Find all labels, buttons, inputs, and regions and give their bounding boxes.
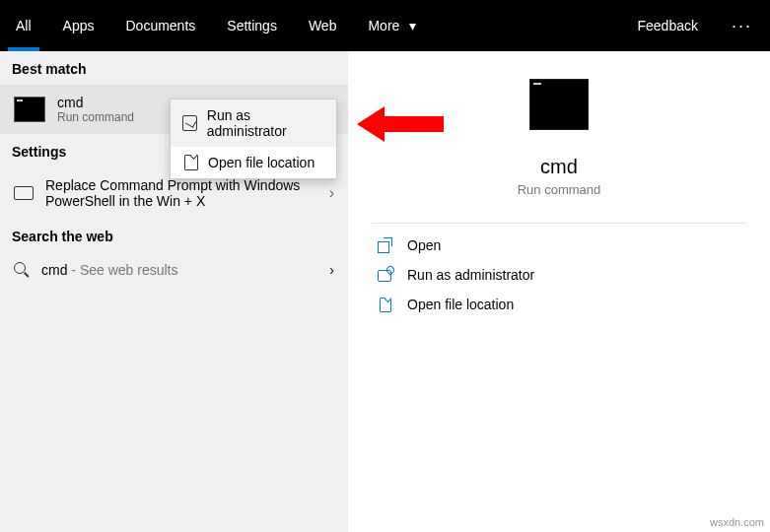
best-match-subtitle: Run command: [57, 110, 134, 124]
file-location-icon: [182, 155, 198, 170]
watermark: wsxdn.com: [710, 516, 764, 528]
cmd-icon-large: [529, 79, 589, 130]
search-web-header: Search the web: [0, 219, 348, 252]
web-result-query: cmd: [41, 262, 67, 278]
action-open-label: Open: [407, 237, 441, 253]
file-location-icon: [378, 297, 393, 312]
tab-settings[interactable]: Settings: [211, 0, 293, 51]
open-icon: [378, 237, 393, 253]
action-open-location-label: Open file location: [407, 297, 514, 312]
tab-all[interactable]: All: [0, 0, 47, 51]
chevron-right-icon: ›: [329, 184, 334, 202]
spacer: [432, 0, 621, 51]
web-result-suffix: - See web results: [67, 262, 177, 278]
action-run-admin[interactable]: Run as administrator: [378, 267, 746, 283]
best-match-header: Best match: [0, 51, 348, 85]
terminal-icon: [14, 186, 34, 200]
web-result-item[interactable]: cmd - See web results ›: [0, 252, 348, 288]
cmd-icon: [14, 97, 45, 122]
chevron-right-icon: ›: [329, 262, 334, 278]
shield-icon: [182, 115, 197, 131]
tab-documents[interactable]: Documents: [109, 0, 211, 51]
chevron-down-icon: ▾: [409, 18, 416, 33]
preview-title: cmd: [372, 156, 746, 178]
ctx-run-admin-label: Run as administrator: [207, 107, 324, 139]
tab-more-label: More: [368, 18, 399, 33]
ctx-run-admin[interactable]: Run as administrator: [171, 100, 336, 147]
action-run-admin-label: Run as administrator: [407, 267, 534, 283]
search-filter-tabs: All Apps Documents Settings Web More ▾ F…: [0, 0, 770, 51]
tab-web[interactable]: Web: [293, 0, 353, 51]
shield-icon: [378, 267, 393, 283]
action-open-location[interactable]: Open file location: [378, 297, 746, 312]
tab-more[interactable]: More ▾: [352, 0, 432, 51]
tab-apps[interactable]: Apps: [47, 0, 110, 51]
annotation-arrow: [357, 106, 444, 142]
divider: [372, 223, 746, 224]
feedback-button[interactable]: Feedback: [622, 0, 714, 51]
context-menu: Run as administrator Open file location: [170, 99, 337, 179]
settings-result-text: Replace Command Prompt with Windows Powe…: [45, 177, 317, 209]
search-icon: [14, 262, 30, 278]
arrow-head-icon: [357, 106, 385, 142]
more-options-icon[interactable]: ···: [714, 0, 770, 51]
best-match-title: cmd: [57, 95, 134, 110]
preview-subtitle: Run command: [372, 182, 746, 197]
action-open[interactable]: Open: [378, 237, 746, 253]
ctx-open-location[interactable]: Open file location: [171, 147, 336, 178]
arrow-shaft: [385, 116, 444, 132]
ctx-open-location-label: Open file location: [208, 155, 315, 170]
